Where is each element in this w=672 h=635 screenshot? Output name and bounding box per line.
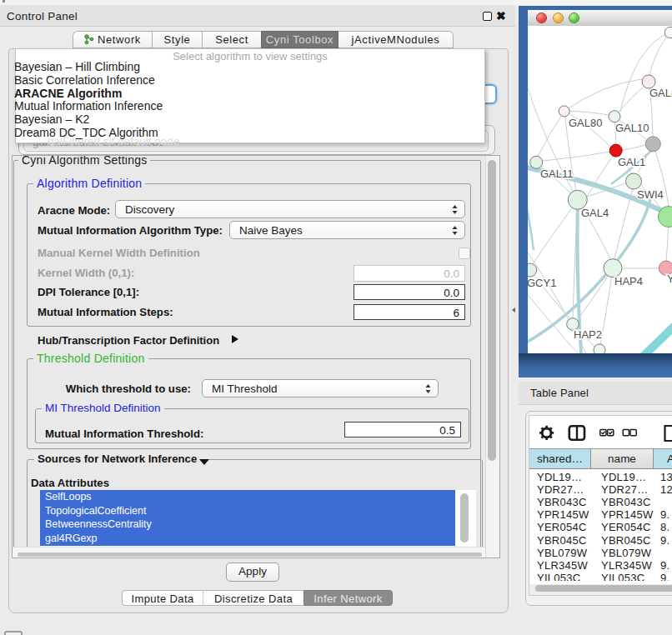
svg-text:GCY1: GCY1 — [528, 277, 556, 289]
svg-text:GAL1: GAL1 — [618, 156, 645, 168]
svg-text:HAP2: HAP2 — [574, 328, 602, 341]
svg-text:GAL8: GAL8 — [649, 87, 672, 99]
svg-text:HAP4: HAP4 — [614, 275, 643, 288]
svg-text:SWI4: SWI4 — [637, 188, 664, 201]
svg-text:GAL80: GAL80 — [569, 117, 602, 129]
svg-text:GAL11: GAL11 — [540, 168, 574, 180]
svg-text:GAL10: GAL10 — [615, 122, 649, 134]
svg-text:YM: YM — [667, 272, 672, 285]
svg-text:GAL4: GAL4 — [581, 207, 609, 219]
